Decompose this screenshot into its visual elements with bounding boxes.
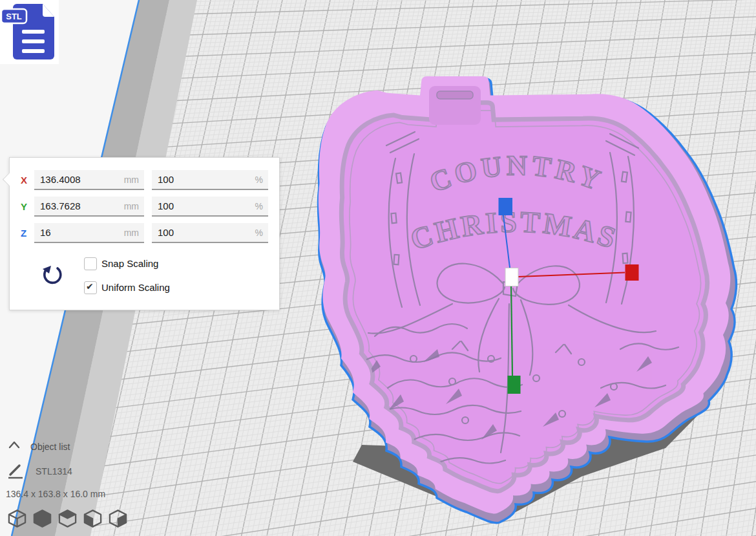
y-percent-unit: %	[255, 201, 263, 211]
stl-badge-label: STL	[6, 12, 22, 21]
uniform-scaling-checkbox[interactable]: ✔	[84, 281, 97, 294]
y-axis-label: Y	[21, 201, 27, 212]
folded-corner-icon	[43, 4, 54, 17]
y-axis-row: Y mm %	[10, 197, 279, 217]
uniform-scaling-label: Uniform Scaling	[101, 282, 170, 293]
object-list-item[interactable]: STL1314	[36, 466, 72, 477]
z-percent-input[interactable]	[152, 223, 268, 242]
scale-tool-panel: X mm % Y mm % Z mm % ✔ Snap Scaling ✔	[9, 157, 280, 310]
z-axis-label: Z	[21, 228, 26, 239]
camera-view-toolbar	[7, 508, 128, 530]
checkmark-icon: ✔	[86, 281, 94, 292]
x-axis-row: X mm %	[10, 170, 279, 190]
x-scale-handle[interactable]	[625, 264, 639, 281]
z-percent-unit: %	[255, 228, 263, 238]
model-tab	[429, 86, 481, 125]
y-percent-input[interactable]	[152, 197, 268, 215]
reset-scale-button[interactable]	[41, 263, 64, 286]
pencil-edit-icon[interactable]	[7, 462, 24, 480]
view-top-icon[interactable]	[58, 508, 78, 529]
snap-scaling-checkbox[interactable]: ✔	[84, 257, 97, 270]
y-scale-handle[interactable]	[508, 376, 521, 394]
x-axis-label: X	[21, 175, 27, 186]
view-front-icon[interactable]	[32, 508, 52, 529]
stl-file-icon: STL	[0, 0, 59, 64]
object-list-header[interactable]: Object list	[30, 442, 70, 452]
y-size-unit: mm	[124, 201, 139, 211]
x-size-unit: mm	[124, 175, 139, 185]
z-size-unit: mm	[124, 228, 139, 238]
chevron-up-icon[interactable]	[8, 440, 22, 450]
reset-rotate-icon	[41, 263, 64, 286]
view-3d-icon[interactable]	[7, 508, 27, 529]
x-percent-input[interactable]	[152, 170, 268, 189]
view-left-icon[interactable]	[83, 508, 103, 529]
x-percent-unit: %	[255, 175, 263, 185]
stl-file-thumbnail[interactable]: STL	[0, 0, 59, 64]
center-scale-handle[interactable]	[505, 268, 518, 286]
z-axis-row: Z mm %	[10, 223, 279, 243]
z-scale-handle[interactable]	[499, 198, 513, 215]
object-dimensions: 136.4 x 163.8 x 16.0 mm	[6, 489, 105, 499]
view-right-icon[interactable]	[108, 508, 128, 529]
snap-scaling-label: Snap Scaling	[101, 258, 158, 269]
